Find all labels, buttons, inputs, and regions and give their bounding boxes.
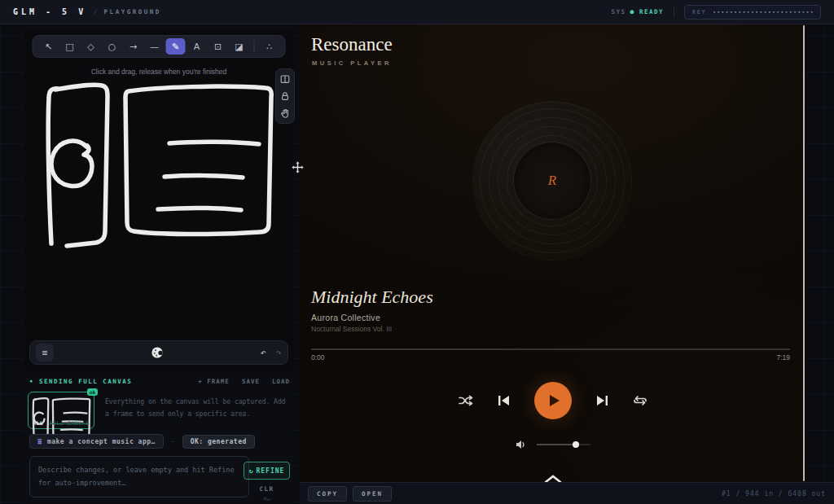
volume-icon[interactable]: [516, 440, 527, 449]
prompt-chip[interactable]: ≣ make a concept music app…: [29, 434, 164, 449]
redo-icon[interactable]: ↷: [276, 348, 282, 357]
thumbnail-label: ALL FULL CANVAS: [33, 420, 89, 427]
key-label: KEY: [692, 9, 706, 15]
app-window: GLM - 5 V / PLAYGROUND SYS ● READY KEY •…: [0, 0, 834, 504]
vinyl-monogram: R: [548, 173, 556, 189]
breadcrumb-section: PLAYGROUND: [104, 8, 161, 15]
tool-toolbar: ↖ □ ◇ ○ → — ✎ A ⊡ ◪ ∴: [33, 35, 286, 58]
shapes-tool-icon[interactable]: ∴: [260, 38, 279, 55]
total-duration: 7:19: [776, 353, 790, 362]
repeat-icon: [633, 395, 647, 406]
repeat-button[interactable]: [633, 395, 647, 406]
capture-status-row: • SENDING FULL CANVAS + FRAME SAVE LOAD: [29, 378, 290, 385]
app-title: Resonance: [311, 34, 393, 55]
arrow-tool-icon[interactable]: →: [124, 38, 143, 55]
status-badge: ok: [87, 388, 98, 396]
toolbar-divider: [254, 41, 255, 52]
load-button[interactable]: LOAD: [272, 378, 290, 385]
brand-title: GLM - 5 V: [13, 7, 86, 16]
add-frame-button[interactable]: + FRAME: [198, 378, 230, 385]
canvas-thumbnail[interactable]: ok ALL FULL CANVAS: [28, 392, 94, 429]
diamond-tool-icon[interactable]: ◇: [81, 38, 101, 55]
columns-icon[interactable]: [280, 74, 290, 84]
artist-name: Aurora Collective: [311, 313, 380, 322]
next-icon: [596, 395, 608, 406]
ellipse-tool-icon[interactable]: ○: [103, 38, 122, 55]
thumbnail-label-fullcanvas: FULL CANVAS: [50, 420, 90, 427]
api-key-input[interactable]: KEY ••••••••••••••••••••••••••••••: [684, 5, 821, 20]
rectangle-tool-icon[interactable]: □: [60, 38, 80, 55]
keyboard-shortcut-hint: ⌘↵: [244, 496, 290, 502]
previous-icon: [498, 395, 510, 406]
prompt-text: make a concept music app…: [47, 438, 156, 445]
preview-scrollbar[interactable]: [803, 25, 805, 481]
color-palette-button[interactable]: [151, 346, 164, 359]
play-icon: [549, 394, 560, 407]
system-status: SYS ● READY: [612, 8, 664, 15]
sys-label: SYS: [612, 8, 626, 15]
elapsed-time: 0:00: [311, 353, 325, 362]
time-row: 0:00 7:19: [311, 353, 790, 362]
capture-description: Everything on the canvas will be capture…: [105, 392, 292, 429]
sending-dot-icon: •: [29, 378, 34, 385]
refine-button[interactable]: ↻ REFINE: [244, 462, 290, 480]
refine-input[interactable]: [29, 456, 249, 497]
capture-card: ok ALL FULL CANVAS Everything on the can…: [28, 392, 292, 429]
save-button[interactable]: SAVE: [242, 378, 260, 385]
queue-chevron-icon[interactable]: [543, 475, 563, 482]
volume-fill: [537, 444, 576, 445]
result-text: OK: generated: [191, 438, 247, 445]
header-divider: [674, 7, 674, 17]
canvas-bottom-bar: ≡ ↶ ↷: [29, 340, 288, 365]
status-dot-icon: ●: [630, 8, 635, 15]
hand-icon[interactable]: [280, 108, 290, 118]
open-button[interactable]: OPEN: [353, 486, 392, 502]
image-tool-icon[interactable]: ⊡: [208, 38, 228, 55]
eraser-tool-icon[interactable]: ◪: [230, 38, 249, 55]
copy-button[interactable]: COPY: [308, 486, 347, 502]
vinyl-record: R: [473, 102, 631, 260]
preview-panel: Resonance MUSIC PLAYER R Midnight Echoes…: [300, 24, 806, 482]
track-title: Midnight Echoes: [311, 287, 433, 308]
sys-ready-label: READY: [639, 8, 664, 15]
next-track-button[interactable]: [596, 395, 608, 406]
select-tool-icon[interactable]: ↖: [39, 38, 59, 55]
play-button[interactable]: [534, 382, 572, 419]
breadcrumb-divider: /: [93, 8, 97, 16]
app-subtitle: MUSIC PLAYER: [312, 59, 392, 67]
drawing-canvas[interactable]: ↖ □ ◇ ○ → — ✎ A ⊡ ◪ ∴ Click and drag, re…: [24, 31, 293, 370]
sending-status: • SENDING FULL CANVAS: [29, 378, 132, 385]
sketch-drawing: [24, 31, 293, 370]
refresh-icon: ↻: [249, 467, 254, 475]
history-row: ≣ make a concept music app… - OK: genera…: [29, 434, 255, 449]
hamburger-icon: ≡: [42, 348, 48, 358]
chip-separator: -: [171, 438, 175, 445]
thumbnail-label-all: ALL: [33, 420, 43, 427]
previous-track-button[interactable]: [498, 395, 510, 406]
line-tool-icon[interactable]: —: [145, 38, 165, 55]
shuffle-button[interactable]: [459, 395, 473, 406]
text-tool-icon[interactable]: A: [187, 38, 207, 55]
undo-icon[interactable]: ↶: [261, 348, 266, 357]
shuffle-icon: [459, 395, 473, 406]
menu-button[interactable]: ≡: [36, 344, 54, 362]
key-masked-value: ••••••••••••••••••••••••••••••: [713, 9, 813, 15]
result-chip[interactable]: OK: generated: [182, 435, 255, 449]
palette-icon: [151, 346, 164, 359]
sending-status-label: SENDING FULL CANVAS: [39, 378, 132, 385]
footer-bar: COPY OPEN #1 / 944 in / 6408 out: [300, 482, 834, 504]
move-cursor-icon: [291, 160, 305, 174]
header: GLM - 5 V / PLAYGROUND SYS ● READY KEY •…: [0, 0, 834, 24]
progress-bar[interactable]: [311, 348, 790, 350]
refine-button-label: REFINE: [256, 467, 284, 475]
volume-control: [300, 440, 806, 449]
lock-icon[interactable]: [280, 91, 290, 101]
pen-tool-icon[interactable]: ✎: [166, 38, 186, 55]
token-stats: #1 / 944 in / 6408 out: [722, 490, 826, 497]
canvas-side-toolbar: [275, 68, 295, 124]
playback-controls: [300, 379, 806, 422]
volume-thumb[interactable]: [573, 441, 579, 448]
canvas-hint-text: Click and drag, release when you're fini…: [24, 68, 293, 76]
clear-button[interactable]: CLR: [244, 485, 290, 493]
volume-slider[interactable]: [537, 444, 590, 445]
